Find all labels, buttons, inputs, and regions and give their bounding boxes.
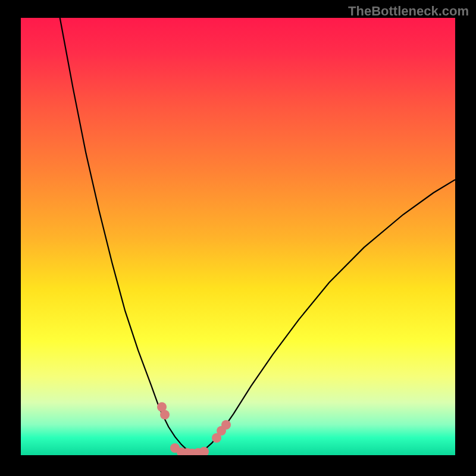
scatter-layer bbox=[21, 18, 455, 455]
plot-area bbox=[21, 18, 455, 455]
scatter-dot bbox=[199, 447, 209, 455]
watermark-text: TheBottleneck.com bbox=[348, 4, 469, 19]
scatter-dot bbox=[221, 420, 231, 430]
chart-frame: TheBottleneck.com bbox=[0, 0, 476, 476]
scatter-dot bbox=[160, 410, 170, 419]
